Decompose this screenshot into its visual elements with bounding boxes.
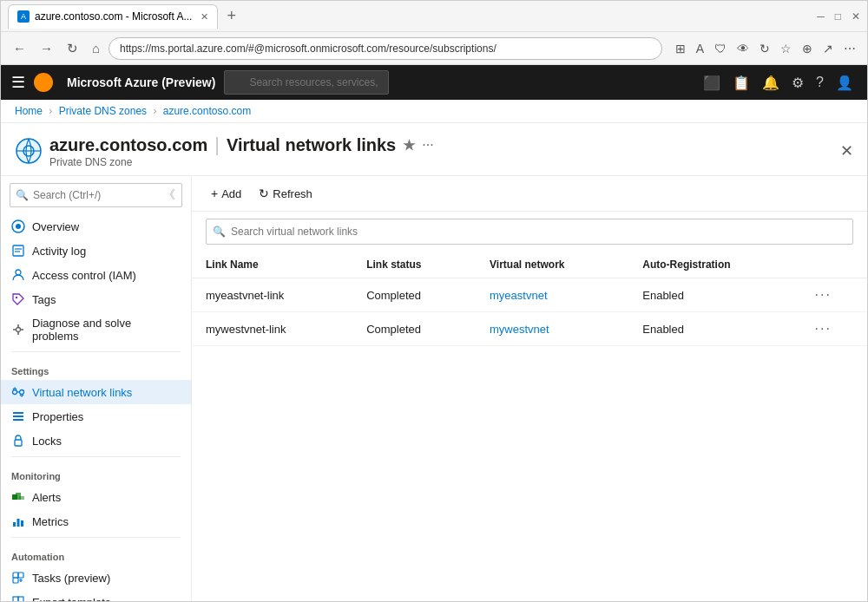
breadcrumb-dns-zones[interactable]: Private DNS zones <box>59 105 147 117</box>
divider-2 <box>11 456 181 457</box>
row2-virtual-network: mywestvnet <box>476 312 628 346</box>
bc-sep-2: › <box>153 105 156 117</box>
sidebar-item-locks[interactable]: Locks <box>1 429 191 453</box>
row2-actions-button[interactable]: ··· <box>815 321 832 336</box>
star-browser-icon[interactable]: ☆ <box>776 38 796 59</box>
row2-auto-registration: Enabled <box>628 312 800 346</box>
svg-point-11 <box>13 390 17 395</box>
add-icon: + <box>211 186 218 200</box>
minimize-button[interactable]: ─ <box>817 10 825 23</box>
table-row: myeastvnet-link Completed myeastvnet Ena… <box>192 278 867 312</box>
svg-rect-21 <box>13 522 16 527</box>
svg-rect-24 <box>13 573 18 578</box>
row1-actions-button[interactable]: ··· <box>815 287 832 302</box>
col-link-status: Link status <box>352 252 476 278</box>
refresh-label: Refresh <box>273 187 312 200</box>
iam-icon <box>11 268 25 282</box>
sidebar-item-virtual-network-links[interactable]: Virtual network links <box>1 380 191 404</box>
automation-section-header: Automation <box>1 541 191 566</box>
content-area: 🔍 《 Overview Activity log <box>1 176 867 601</box>
profile-icon[interactable]: 👤 <box>832 71 857 95</box>
sidebar-item-overview-label: Overview <box>32 220 79 233</box>
sidebar-item-iam-label: Access control (IAM) <box>32 269 136 282</box>
svg-point-4 <box>16 224 21 229</box>
refresh-icon[interactable]: ↻ <box>755 38 774 59</box>
sidebar-item-overview[interactable]: Overview <box>1 214 191 239</box>
resource-name: azure.contoso.com <box>49 135 207 155</box>
browser-titlebar: A azure.contoso.com - Microsoft A... ✕ +… <box>1 1 867 32</box>
sidebar-item-properties[interactable]: Properties <box>1 404 191 429</box>
locks-icon <box>11 434 25 448</box>
shield-icon[interactable]: 🛡 <box>710 38 731 59</box>
svg-rect-23 <box>21 520 23 527</box>
data-table: Link Name Link status Virtual network Au… <box>192 252 867 346</box>
more-browser-icon[interactable]: ⋯ <box>839 38 860 59</box>
sidebar-item-metrics[interactable]: Metrics <box>1 509 191 533</box>
collections-icon[interactable]: ⊕ <box>798 38 817 59</box>
sidebar-collapse-icon[interactable]: 《 <box>163 187 175 203</box>
close-window-button[interactable]: ✕ <box>852 10 860 23</box>
export-icon <box>11 595 25 601</box>
sidebar-item-diagnose[interactable]: Diagnose and solve problems <box>1 311 191 348</box>
reload-button[interactable]: ↻ <box>62 37 83 60</box>
divider-3 <box>11 537 181 538</box>
font-icon[interactable]: A <box>692 38 708 59</box>
refresh-button[interactable]: ↻ Refresh <box>253 183 318 204</box>
row1-vnet-link[interactable]: myeastvnet <box>490 289 547 302</box>
panel-search-bar: 🔍 <box>206 219 853 245</box>
metrics-icon <box>11 514 25 528</box>
row1-link-name: myeastvnet-link <box>192 278 352 312</box>
sidebar-item-iam[interactable]: Access control (IAM) <box>1 263 191 287</box>
page-name: Virtual network links <box>227 135 396 155</box>
svg-point-10 <box>16 328 21 332</box>
breadcrumb-home[interactable]: Home <box>15 105 43 117</box>
sidebar-item-export[interactable]: Export template <box>1 590 191 601</box>
main-panel: + Add ↻ Refresh 🔍 <box>192 176 867 601</box>
sidebar-item-tasks[interactable]: Tasks (preview) <box>1 566 191 590</box>
sidebar-item-tags-label: Tags <box>32 293 56 306</box>
diagnose-icon <box>11 323 25 337</box>
svg-point-12 <box>20 390 24 395</box>
sidebar-item-tags[interactable]: Tags <box>1 287 191 311</box>
browser-tab[interactable]: A azure.contoso.com - Microsoft A... ✕ <box>8 4 218 29</box>
address-bar[interactable] <box>108 37 662 60</box>
back-button[interactable]: ← <box>8 37 31 59</box>
settings-icon[interactable]: ⚙ <box>788 71 807 95</box>
notifications-icon[interactable]: 🔔 <box>759 71 783 95</box>
azure-topbar: ☰ Microsoft Azure (Preview) 🔍 ⬛ 📋 🔔 ⚙ ? … <box>1 65 867 100</box>
sidebar-search-input[interactable] <box>10 183 182 207</box>
sidebar-item-metrics-label: Metrics <box>32 515 69 528</box>
row2-vnet-link[interactable]: mywestvnet <box>490 323 549 336</box>
sidebar-search-wrapper: 🔍 《 <box>10 183 182 207</box>
maximize-button[interactable]: □ <box>835 10 841 23</box>
extensions-icon[interactable]: ⊞ <box>671 38 690 59</box>
add-button[interactable]: + Add <box>206 183 247 204</box>
tasks-icon <box>11 571 25 585</box>
tags-icon <box>11 292 25 306</box>
home-button[interactable]: ⌂ <box>87 37 105 59</box>
new-tab-button[interactable]: + <box>223 7 240 25</box>
svg-rect-17 <box>15 440 22 446</box>
tab-close-button[interactable]: ✕ <box>201 11 208 23</box>
breadcrumb-resource[interactable]: azure.contoso.com <box>163 105 251 117</box>
cloud-shell-icon[interactable]: ⬛ <box>700 71 724 95</box>
sidebar-item-activity-log[interactable]: Activity log <box>1 239 191 263</box>
panel-close-button[interactable]: ✕ <box>840 141 853 160</box>
sidebar-item-alerts[interactable]: Alerts <box>1 485 191 509</box>
help-icon[interactable]: ? <box>812 71 827 94</box>
activity-log-icon <box>11 244 25 258</box>
favorite-star-icon[interactable]: ★ <box>403 137 415 154</box>
share-icon[interactable]: ↗ <box>819 38 838 59</box>
directory-icon[interactable]: 📋 <box>729 71 753 95</box>
svg-rect-25 <box>18 573 23 578</box>
panel-search-input[interactable] <box>206 219 853 245</box>
header-more-button[interactable]: ··· <box>422 137 433 153</box>
panel-toolbar: + Add ↻ Refresh <box>192 176 867 212</box>
eye-icon[interactable]: 👁 <box>733 38 753 59</box>
global-search-input[interactable] <box>224 70 389 95</box>
svg-rect-16 <box>13 419 23 421</box>
hamburger-menu[interactable]: ☰ <box>11 73 25 92</box>
forward-button[interactable]: → <box>35 37 58 59</box>
svg-rect-15 <box>13 416 23 417</box>
global-search-wrapper: 🔍 <box>224 70 589 95</box>
